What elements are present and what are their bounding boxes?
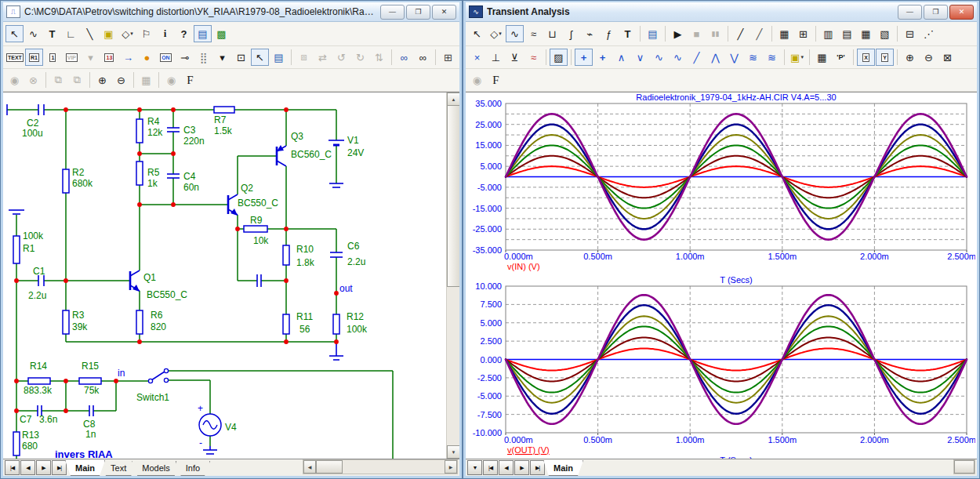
run-icon[interactable]: ▶ (669, 25, 687, 42)
dropdown-arrow-icon[interactable]: ▾ (130, 31, 133, 37)
font-icon[interactable]: F (181, 71, 199, 89)
dropdown-arrow-icon[interactable]: ▾ (213, 49, 231, 66)
shape-mode-icon[interactable]: ◇▾ (118, 25, 136, 42)
vscroll-thumb[interactable] (447, 105, 459, 287)
find-component-icon[interactable]: ∞ (395, 49, 413, 66)
hscroll-track[interactable] (343, 460, 445, 474)
page-nav-button[interactable]: ▶| (530, 460, 545, 475)
grid-icon[interactable]: ⊞ (794, 25, 812, 42)
scroll-left-icon[interactable]: ◀ (303, 460, 316, 474)
stimulus-icon[interactable]: ▣ (100, 25, 118, 42)
shape-mode-icon[interactable]: ◇▾ (487, 25, 505, 42)
select-pages-icon[interactable]: ▦ (137, 71, 155, 89)
help-topics-icon[interactable]: ⊞ (439, 49, 457, 66)
annotate-icon[interactable]: ▣▾ (788, 49, 806, 66)
stop-icon[interactable]: ⊗ (24, 71, 42, 89)
grid-dots-icon[interactable]: ⣿ (194, 49, 212, 66)
valley-icon[interactable]: ∨ (631, 49, 649, 66)
tab-info[interactable]: Info (176, 461, 210, 476)
scroll-right-icon[interactable]: ▶ (445, 460, 457, 474)
copy-picture-icon[interactable]: ⧉ (49, 71, 67, 89)
dropdown-arrow-icon[interactable]: ▾ (800, 54, 804, 60)
smoothing-icon[interactable]: ≈ (524, 49, 543, 66)
local-max-icon[interactable]: ⋀ (706, 49, 724, 66)
help-mode-icon[interactable]: ? (175, 25, 193, 42)
border-icon[interactable]: ⊡ (232, 49, 250, 66)
zoom-out-icon[interactable]: ⊖ (920, 49, 938, 66)
numeric-output-icon[interactable]: ▦ (813, 49, 831, 66)
global-low-icon[interactable]: ≋ (763, 49, 781, 66)
go-to-branch-icon[interactable]: ▨ (550, 49, 568, 66)
find-icon[interactable]: ∞ (414, 49, 432, 66)
hscroll-thumb[interactable] (316, 460, 343, 474)
tab-main[interactable]: Main (543, 460, 583, 476)
analysis-hscroll-piece[interactable] (953, 459, 975, 474)
periodic-steady-state-icon[interactable]: 'P' (832, 49, 850, 66)
pattern-dots-icon[interactable]: ▧ (876, 25, 894, 42)
cursor-icon[interactable]: ↖ (251, 49, 269, 66)
restore-button[interactable]: ❐ (406, 5, 430, 20)
probe-icon[interactable]: ⌁ (581, 25, 599, 42)
line-icon[interactable]: ╱ (731, 25, 750, 42)
point-tag-icon[interactable]: ▤ (194, 25, 212, 42)
schematic-canvas[interactable]: C2100uR2680kR412kC3220nR71.5kR51kC460nQ3… (3, 93, 447, 459)
hscroll-thumb[interactable] (954, 460, 975, 474)
cursor-mode-icon[interactable]: ≈ (524, 25, 543, 42)
web-icon[interactable]: ◉ (162, 71, 180, 89)
local-min-icon[interactable]: ⋁ (725, 49, 743, 66)
box-select-icon[interactable]: ⧈ (295, 49, 313, 66)
page-nav-button[interactable]: ◀ (20, 460, 35, 475)
dropdown-arrow-icon[interactable]: ▾ (499, 31, 502, 37)
tag-both-icon[interactable]: ⊻ (506, 49, 524, 66)
scroll-up-icon[interactable]: ▲ (447, 93, 459, 106)
flag-mode-icon[interactable]: ⚐ (137, 25, 155, 42)
current-arrow-icon[interactable]: → (119, 49, 137, 66)
mirror-icon[interactable]: ⇄ (314, 49, 332, 66)
scope-mode-icon[interactable]: ∿ (506, 25, 524, 42)
peak-icon[interactable]: ∧ (612, 49, 630, 66)
restore-button[interactable]: ❐ (924, 5, 948, 20)
stop-icon[interactable]: ■ (688, 25, 706, 42)
function-icon[interactable]: ƒ (600, 25, 618, 42)
select-tool-icon[interactable]: ↖ (468, 25, 486, 42)
rotate-icon[interactable]: ↺ (332, 49, 350, 66)
dropdown-arrow-icon[interactable]: ▾ (82, 49, 100, 66)
power-dissipation-icon[interactable]: ● (138, 49, 156, 66)
data-points-icon[interactable]: ▦ (775, 25, 793, 42)
tab-main[interactable]: Main (65, 460, 105, 476)
page-nav-button[interactable]: ▶| (52, 460, 67, 475)
vip-icon[interactable]: VIP (63, 49, 81, 66)
text-attributes-icon[interactable]: TEXT (5, 49, 24, 66)
tab-models[interactable]: Models (132, 461, 180, 476)
page-nav-button[interactable]: ▼ (467, 460, 482, 475)
plot-area[interactable]: 0.000m0.500m1.000m1.500m2.000m2.500m35.0… (466, 92, 977, 459)
component-mode-icon[interactable]: ∿ (24, 25, 42, 42)
tag-x-icon[interactable]: × (468, 49, 486, 66)
flip-icon[interactable]: ⇅ (370, 49, 388, 66)
pin-numbers-icon[interactable]: 13 (100, 49, 118, 66)
state-on-icon[interactable]: ON (157, 49, 175, 66)
global-high-icon[interactable]: ≋ (744, 49, 762, 66)
step-icon[interactable]: ◉ (5, 71, 24, 89)
cursor-right-icon[interactable]: + (593, 49, 612, 66)
zoom-in-icon[interactable]: ⊕ (93, 71, 111, 89)
r1-attribute-icon[interactable]: R1 (25, 49, 43, 66)
zoom-area-icon[interactable]: ⊠ (938, 49, 956, 66)
tag-bottom-icon[interactable]: ⊥ (487, 49, 505, 66)
copy-page-icon[interactable]: ⧉ (68, 71, 86, 89)
bucket-mode-icon[interactable]: ⊔ (543, 25, 561, 42)
slope-cursor-icon[interactable]: ╱ (688, 49, 706, 66)
close-button[interactable]: ✕ (949, 5, 974, 20)
page-nav-button[interactable]: ◀ (499, 460, 514, 475)
minimize-button[interactable]: — (380, 5, 405, 20)
schematic-vscrollbar[interactable]: ▲ ▼ (446, 93, 459, 459)
scale-mode-icon[interactable]: ʃ (562, 25, 580, 42)
pause-icon[interactable]: ▮▮ (706, 25, 724, 42)
select-tool-icon[interactable]: ↖ (5, 25, 24, 42)
page-nav-button[interactable]: |◀ (5, 460, 20, 475)
pattern-grid-icon[interactable]: ▦ (857, 25, 875, 42)
web-icon[interactable]: ◉ (468, 71, 486, 89)
properties-icon[interactable]: ▤ (270, 49, 288, 66)
info-mode-icon[interactable]: i (156, 25, 174, 42)
polyline-icon[interactable]: ╱ (750, 25, 768, 42)
